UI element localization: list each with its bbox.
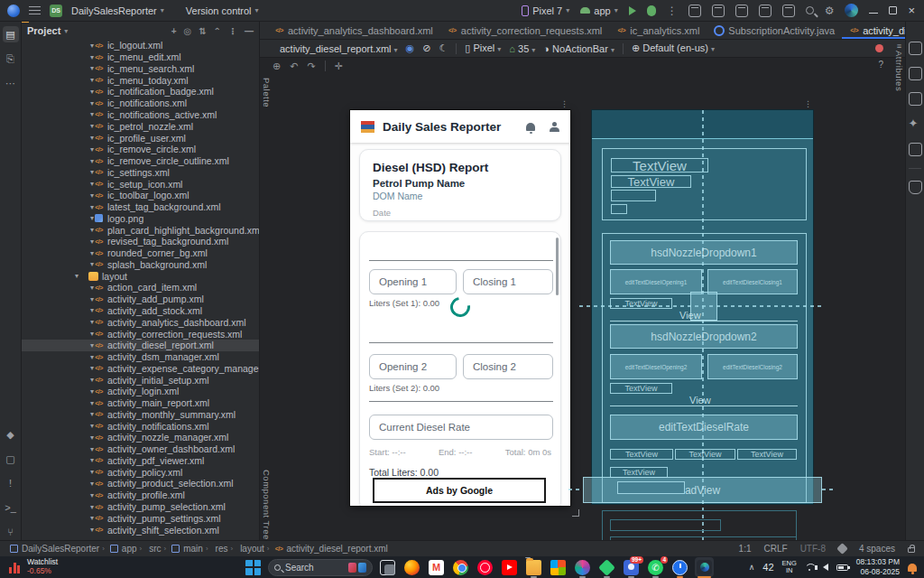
taskbar-app[interactable] bbox=[500, 557, 519, 577]
vcs-selector[interactable]: Version control▾ bbox=[186, 5, 259, 16]
tree-item[interactable]: ▾ ic_profile_user.xml bbox=[22, 132, 259, 144]
design-surface-icon[interactable]: ◉ bbox=[406, 42, 415, 54]
blueprint-surface-menu-icon[interactable]: ⋮ bbox=[804, 99, 812, 108]
breadcrumb-item[interactable]: app› bbox=[109, 544, 142, 554]
editor-tab[interactable]: ic_analytics.xml ✕ bbox=[609, 22, 707, 39]
tree-item[interactable]: ▾ ic_remove_circle.xml bbox=[22, 144, 259, 155]
blueprint-textview[interactable]: TextView bbox=[610, 298, 672, 309]
device-menu[interactable]: ▯ Pixel ▾ bbox=[465, 42, 501, 54]
taskbar-app[interactable] bbox=[573, 557, 592, 577]
more-actions-icon[interactable]: ⋮ bbox=[667, 5, 678, 16]
tree-item[interactable]: ▾ activity_nozzle_manager.xml bbox=[22, 432, 259, 443]
tree-item[interactable]: ▾ ic_notification_badge.xml bbox=[22, 86, 259, 98]
blueprint-textview[interactable]: TextView bbox=[737, 449, 797, 460]
tree-item[interactable]: ▾ activity_dsm_manager.xml bbox=[22, 351, 259, 363]
tree-item[interactable]: ▾ activity_add_pump.xml bbox=[22, 294, 259, 305]
tree-item[interactable]: ▾ activity_correction_requests.xml bbox=[22, 328, 259, 340]
blueprint-dropdown2[interactable]: hsdNozzleDropdown2 bbox=[610, 324, 798, 349]
blueprint-closing1[interactable]: editTextDieselClosing1 bbox=[707, 269, 798, 294]
project-selector[interactable]: DailySalesReporter▾ bbox=[71, 5, 164, 16]
pan-icon[interactable]: ✛ bbox=[335, 61, 343, 72]
window-close-button[interactable]: × bbox=[908, 4, 915, 17]
structure-tool-icon[interactable]: ◆ bbox=[3, 426, 19, 443]
tree-item[interactable]: ▾ activity_main_report.xml bbox=[22, 397, 259, 409]
diesel-rate-input[interactable]: Current Diesel Rate bbox=[369, 415, 553, 440]
tree-item[interactable]: ▾ plan_card_highlight_background.xml bbox=[22, 224, 259, 236]
gemini-icon[interactable]: ✦ bbox=[909, 117, 922, 131]
tree-item[interactable]: ▾ ic_menu_edit.xml bbox=[22, 51, 259, 63]
tree-item[interactable]: ▾ activity_add_stock.xml bbox=[22, 305, 259, 317]
tree-item[interactable]: ▾ ic_notifications_active.xml bbox=[22, 109, 259, 121]
tree-item[interactable]: ▾ latest_tag_background.xml bbox=[22, 201, 259, 213]
blueprint-dropdown1[interactable]: hsdNozzleDropdown1 bbox=[610, 240, 798, 265]
blueprint-opening2[interactable]: editTextDieselOpening2 bbox=[610, 354, 702, 379]
tree-item[interactable]: ▾ activity_diesel_report.xml bbox=[22, 340, 259, 351]
opening1-input[interactable]: Opening 1 bbox=[369, 269, 457, 294]
tree-item[interactable]: ▾ activity_pump_settings.xml bbox=[22, 512, 259, 524]
settings-icon[interactable]: ⚙ bbox=[825, 5, 835, 16]
help-icon[interactable]: ? bbox=[878, 60, 883, 70]
taskbar-app[interactable] bbox=[597, 557, 616, 577]
breadcrumb-item[interactable]: activity_diesel_report.xml› bbox=[274, 544, 388, 554]
volume-icon[interactable] bbox=[823, 564, 828, 571]
panel-options-icon[interactable]: ⋮ bbox=[228, 26, 237, 36]
taskbar-app[interactable] bbox=[402, 557, 421, 577]
design-preview[interactable]: Daily Sales Reporter Diesel (HSD) Report… bbox=[350, 110, 570, 506]
design-file-selector[interactable]: activity_diesel_report.xml ▾ bbox=[280, 43, 398, 54]
editor-tab[interactable]: xml ✕ bbox=[260, 22, 267, 39]
notification-center-bell-icon[interactable] bbox=[908, 564, 917, 572]
blueprint-textview[interactable]: TextView bbox=[675, 449, 735, 460]
blueprint-opening1[interactable]: editTextDieselOpening1 bbox=[610, 269, 702, 294]
tree-item[interactable]: ▾ layout bbox=[22, 270, 259, 282]
component-tree-tab[interactable]: Component Tree bbox=[262, 470, 272, 540]
breadcrumb-item[interactable]: main› bbox=[171, 544, 208, 554]
collapse-all-icon[interactable]: ⌃ bbox=[214, 26, 221, 36]
window-maximize-button[interactable] bbox=[889, 6, 897, 14]
editor-tab[interactable]: activity_correction_requests.xml ✕ bbox=[440, 22, 610, 39]
main-menu-icon[interactable] bbox=[29, 6, 41, 14]
breadcrumb-item[interactable]: src› bbox=[146, 544, 166, 554]
tree-item[interactable]: ▾ rounded_corner_bg.xml bbox=[22, 247, 259, 259]
version-control-tool-icon[interactable]: ⑂ bbox=[3, 524, 19, 540]
tree-item[interactable]: ▾ ic_petrol_nozzle.xml bbox=[22, 120, 259, 132]
tree-item[interactable]: ▾ activity_policy.xml bbox=[22, 466, 259, 478]
debug-button[interactable] bbox=[647, 5, 656, 16]
tree-item[interactable]: ▾ ic_menu_today.xml bbox=[22, 74, 259, 86]
user-avatar[interactable] bbox=[845, 4, 858, 17]
blueprint-small-box[interactable] bbox=[611, 204, 627, 214]
todo-icon[interactable] bbox=[735, 5, 748, 17]
temperature-widget[interactable]: 42 bbox=[762, 562, 773, 573]
zoom-in-icon[interactable]: ⊕ bbox=[273, 61, 281, 72]
tree-item[interactable]: ▾ ic_settings.xml bbox=[22, 166, 259, 178]
blueprint-view[interactable]: TextView TextView hsdNozzleDropdown1 edi… bbox=[592, 110, 813, 504]
tree-item[interactable]: ▾ revised_tag_background.xml bbox=[22, 236, 259, 247]
breadcrumb-item[interactable]: DailySalesReporter› bbox=[9, 544, 105, 554]
blueprint-small-box[interactable] bbox=[617, 481, 685, 494]
tree-item[interactable]: ▾ activity_initial_setup.xml bbox=[22, 374, 259, 386]
hide-panel-icon[interactable]: — bbox=[245, 26, 254, 36]
tree-item[interactable]: ▾ activity_pdf_viewer.xml bbox=[22, 455, 259, 467]
color-mode-icon[interactable]: ⊘ bbox=[422, 42, 430, 54]
tree-item[interactable]: ▾ ic_menu_search.xml bbox=[22, 63, 259, 75]
readonly-lock-icon[interactable] bbox=[908, 547, 915, 553]
line-separator[interactable]: CRLF bbox=[764, 544, 788, 554]
tree-item[interactable]: ▾ ic_setup_icon.xml bbox=[22, 178, 259, 190]
locate-file-icon[interactable]: ◎ bbox=[183, 26, 191, 36]
tree-item[interactable]: ▾ activity_monthly_summary.xml bbox=[22, 409, 259, 421]
editor-tab[interactable]: activity_analytics_dashboard.xml ✕ bbox=[267, 22, 440, 39]
breadcrumb-item[interactable]: res› bbox=[213, 544, 234, 554]
closing2-input[interactable]: Closing 2 bbox=[463, 354, 553, 379]
language-indicator[interactable]: ENGIN bbox=[782, 560, 797, 575]
design-surface-menu-icon[interactable]: ⋮ bbox=[560, 99, 568, 108]
terminal-tool-icon[interactable]: >_ bbox=[3, 499, 19, 516]
blueprint-rate[interactable]: editTextDieselRate bbox=[610, 415, 798, 440]
taskbar-app[interactable] bbox=[670, 557, 689, 577]
new-file-icon[interactable]: + bbox=[171, 26, 177, 36]
tree-item[interactable]: ▾ action_card_item.xml bbox=[22, 282, 259, 294]
tree-item[interactable]: ▾ activity_shift_selection.xml bbox=[22, 524, 259, 536]
profile-icon[interactable] bbox=[550, 122, 559, 132]
blueprint-textview[interactable]: TextView bbox=[611, 175, 691, 188]
taskbar-app[interactable] bbox=[427, 557, 446, 577]
blueprint-closing2[interactable]: editTextDieselClosing2 bbox=[707, 354, 798, 379]
ad-banner[interactable]: Ads by Google bbox=[373, 478, 546, 503]
